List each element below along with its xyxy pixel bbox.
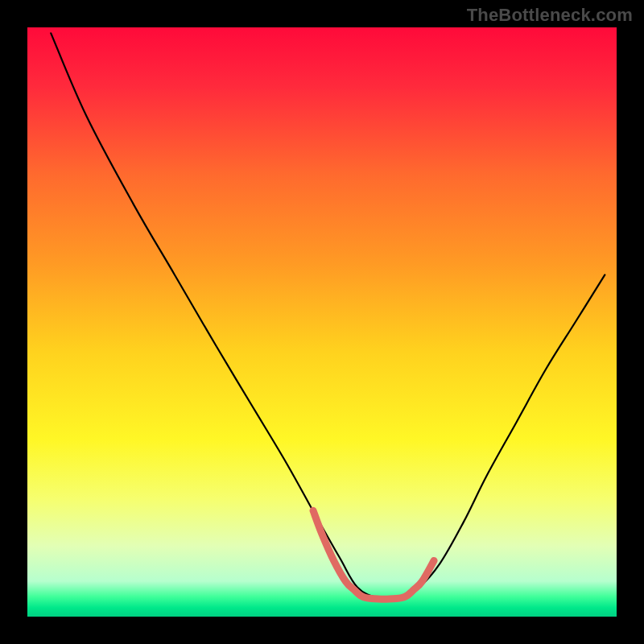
bottleneck-chart <box>0 0 644 644</box>
chart-stage: TheBottleneck.com <box>0 0 644 644</box>
